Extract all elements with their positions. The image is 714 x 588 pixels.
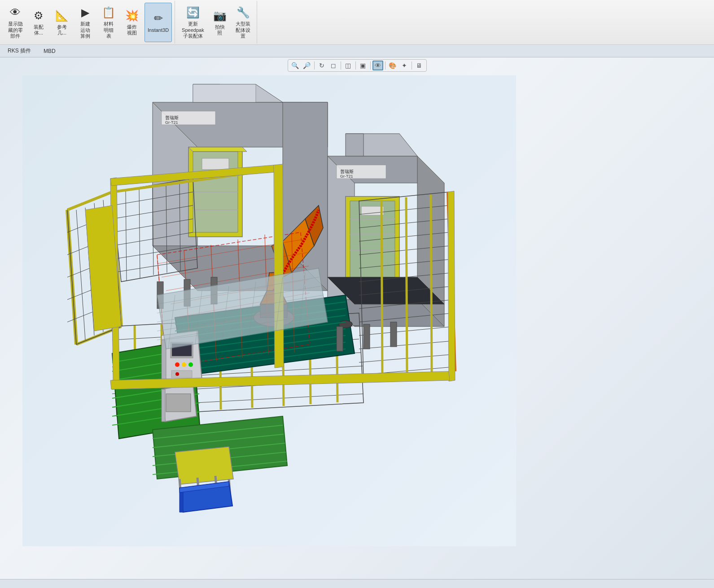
vp-separator-3	[355, 61, 356, 70]
svg-line-93	[406, 197, 407, 376]
svg-rect-154	[166, 394, 191, 412]
photo-button[interactable]: 📷 拍快 照	[209, 3, 231, 42]
vp-scene-button[interactable]: ✦	[399, 61, 410, 70]
svg-point-148	[182, 362, 186, 367]
vp-zoomin-button[interactable]: 🔎	[302, 61, 312, 70]
svg-text:Gr-T21: Gr-T21	[340, 174, 353, 179]
viewport[interactable]: 🔍 🔎 ↻ ◻ ◫ ▣ 👁 🎨 ✦ 🖥	[0, 57, 714, 579]
vp-search-button[interactable]: 🔍	[290, 61, 301, 70]
vp-separator-6	[412, 61, 412, 70]
cad-model-container[interactable]: 普瑞斯 Gr-T21 普瑞斯 Gr-T21	[22, 75, 516, 546]
svg-marker-162	[448, 191, 455, 381]
assembly-icon: ⚙	[34, 9, 44, 22]
instant3d-button[interactable]: ✏ Instant3D	[145, 3, 172, 42]
show-hide-button[interactable]: 👁 显示隐 藏的零 部件	[4, 3, 26, 42]
vp-separator-4	[370, 61, 371, 70]
new-motion-button[interactable]: ▶ 新建 运动 算例	[74, 3, 96, 42]
reference-button[interactable]: 📐 参考 几...	[51, 3, 73, 42]
assembly-label: 装配 体...	[34, 24, 44, 36]
svg-rect-160	[390, 322, 397, 347]
svg-marker-24	[346, 134, 364, 156]
new-motion-label: 新建 运动 算例	[80, 21, 90, 39]
vp-view1-button[interactable]: ◻	[328, 61, 339, 70]
main-toolbar: 👁 显示隐 藏的零 部件 ⚙ 装配 体... 📐 参考 几... ▶ 新建 运动…	[0, 0, 714, 45]
svg-text:普瑞斯: 普瑞斯	[165, 115, 179, 120]
vp-view2-button[interactable]: ◫	[343, 61, 354, 70]
vp-rotate-button[interactable]: ↻	[316, 61, 327, 70]
explode-button[interactable]: 💥 爆炸 视图	[121, 3, 143, 42]
material-label: 材料 明细 表	[104, 21, 114, 39]
toolbar-group-assembly: 👁 显示隐 藏的零 部件 ⚙ 装配 体... 📐 参考 几... ▶ 新建 运动…	[2, 1, 175, 44]
instant3d-label: Instant3D	[148, 27, 169, 33]
svg-marker-165	[274, 164, 284, 368]
photo-icon: 📷	[213, 9, 227, 22]
svg-rect-158	[337, 327, 343, 351]
material-icon: 📋	[102, 5, 115, 19]
svg-rect-15	[202, 158, 229, 170]
vp-color-button[interactable]: 🎨	[387, 61, 398, 70]
show-hide-icon: 👁	[10, 5, 21, 19]
svg-rect-150	[171, 370, 192, 378]
show-hide-label: 显示隐 藏的零 部件	[8, 21, 23, 39]
material-button[interactable]: 📋 材料 明细 表	[98, 3, 119, 42]
svg-line-94	[431, 195, 432, 373]
tab-row: RKS 插件 MBD	[0, 45, 714, 57]
svg-text:Gr-T21: Gr-T21	[165, 120, 178, 125]
toolbar-group-tools: 🔄 更新 Speedpak 子装配体 📷 拍快 照 🔧 大型装 配体设 置	[176, 1, 257, 44]
vp-display-mode-button[interactable]: 👁	[372, 61, 383, 70]
svg-marker-8	[193, 84, 256, 102]
svg-marker-153	[162, 389, 165, 422]
photo-label: 拍快 照	[215, 24, 225, 36]
update-label: 更新 Speedpak 子装配体	[182, 21, 204, 39]
explode-icon: 💥	[125, 9, 139, 22]
vp-view3-button[interactable]: ▣	[358, 61, 368, 70]
svg-point-147	[175, 362, 180, 367]
svg-point-151	[175, 372, 179, 376]
tab-rks-plugin[interactable]: RKS 插件	[2, 45, 37, 57]
vp-separator-5	[385, 61, 385, 70]
svg-marker-10	[188, 147, 247, 152]
vp-separator-1	[314, 61, 315, 70]
status-bar	[0, 579, 714, 588]
vp-separator-2	[341, 61, 341, 70]
viewport-toolbar: 🔍 🔎 ↻ ◻ ◫ ▣ 👁 🎨 ✦ 🖥	[288, 59, 427, 72]
update-button[interactable]: 🔄 更新 Speedpak 子装配体	[179, 3, 207, 42]
tab-mbd[interactable]: MBD	[38, 46, 61, 57]
instant3d-icon: ✏	[154, 11, 163, 25]
reference-label: 参考 几...	[57, 24, 67, 36]
svg-line-92	[381, 200, 382, 379]
svg-point-149	[188, 362, 193, 367]
large-assembly-button[interactable]: 🔧 大型装 配体设 置	[232, 3, 254, 42]
large-assembly-icon: 🔧	[237, 5, 250, 19]
vp-monitor-button[interactable]: 🖥	[414, 61, 425, 70]
cad-model-svg: 普瑞斯 Gr-T21 普瑞斯 Gr-T21	[22, 75, 516, 546]
assembly-button[interactable]: ⚙ 装配 体...	[28, 3, 49, 42]
update-icon: 🔄	[186, 5, 200, 19]
new-motion-icon: ▶	[81, 5, 89, 19]
explode-label: 爆炸 视图	[127, 24, 137, 36]
svg-rect-159	[364, 324, 370, 349]
large-assembly-label: 大型装 配体设 置	[236, 21, 250, 39]
svg-text:普瑞斯: 普瑞斯	[340, 169, 354, 174]
svg-marker-166	[175, 447, 233, 484]
reference-icon: 📐	[55, 9, 69, 22]
